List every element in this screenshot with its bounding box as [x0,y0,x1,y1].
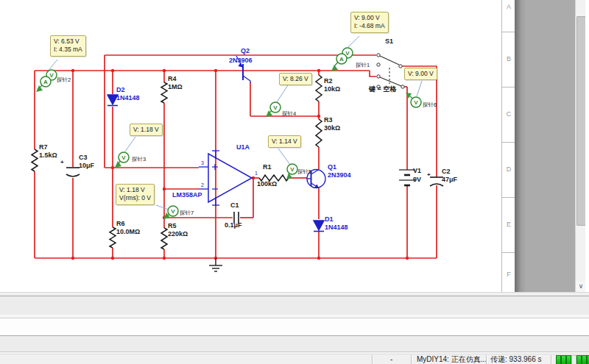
spreadsheet-view-panel[interactable] [0,296,589,315]
label-v1-ref[interactable]: V1 [413,168,421,174]
statusbar-separator [486,355,487,364]
probe5-tooltip[interactable]: V: 1.14 V [268,135,301,148]
probes: V A V V [36,48,421,219]
label-r5-value[interactable]: 220kΩ [168,231,188,238]
switch-s1[interactable] [377,54,404,88]
opamp-pin2-number: 2 [201,182,204,188]
probe-3[interactable]: V [115,152,129,168]
probe4-tooltip[interactable]: V: 8.26 V [279,73,312,85]
probe7-tooltip[interactable]: V: 1.18 V V(rms): 0 V [116,184,155,205]
resistor-r5[interactable] [161,228,167,249]
label-q2-ref[interactable]: Q2 [241,48,250,54]
diode-d1[interactable] [314,221,324,232]
label-d2-ref[interactable]: D2 [116,87,125,93]
opamp-u1a[interactable] [199,150,252,206]
schematic-canvas[interactable]: V A V V [0,0,589,292]
probe-2[interactable]: V A [36,70,57,92]
probe7-name: 探针7 [180,210,194,216]
label-r7-ref[interactable]: R7 [39,144,48,151]
probe3-tooltip[interactable]: V: 1.18 V [130,124,163,136]
resistor-r7[interactable] [32,149,38,171]
resistor-r4[interactable] [161,82,167,103]
svg-text:V: V [121,154,126,161]
simulation-activity-indicator [554,355,588,364]
probe-4[interactable]: V [266,102,281,117]
probe1-tooltip[interactable]: V: 9.00 V I: -4.68 mA [350,12,389,33]
label-r4-ref[interactable]: R4 [168,76,177,82]
ground-symbol[interactable] [209,258,222,271]
sheet-row-a: A [502,3,515,10]
statusbar-separator [411,355,412,364]
capacitor-c3[interactable] [66,168,80,176]
svg-text:V: V [273,104,278,111]
probe2-name: 探针2 [57,77,71,83]
lower-panel[interactable] [0,336,589,352]
resistor-r3[interactable] [316,119,322,147]
label-c2-ref[interactable]: C2 [442,168,451,175]
label-u1a-ref[interactable]: U1A [236,144,250,151]
sheet-row-f: F [502,271,515,278]
label-u1a-value[interactable]: LM358AP [172,192,202,199]
sheet-row-e: E [502,221,515,228]
multisim-window: V A V V [0,0,589,364]
label-d1-ref[interactable]: D1 [325,216,334,223]
probe1-name: 探针1 [356,63,370,68]
label-r5-ref[interactable]: R5 [168,223,177,229]
probe6-tooltip[interactable]: V: 9.00 V [404,68,437,80]
label-c3-ref[interactable]: C3 [79,154,88,161]
label-r2-ref[interactable]: R2 [324,78,333,85]
svg-text:V: V [345,50,350,57]
probe6-name: 探针6 [423,102,437,108]
results-panel[interactable] [0,318,589,336]
label-r6-value[interactable]: 10.0MΩ [116,229,140,235]
opamp-pin3-number: 3 [201,160,204,165]
label-r6-ref[interactable]: R6 [116,221,125,227]
label-c1-value[interactable]: 0.1μF [225,222,242,229]
simulation-status-text: MyDIY14: 正在仿真... [417,355,487,364]
label-r7-value[interactable]: 1.5kΩ [39,152,57,159]
svg-text:V: V [171,208,175,215]
probe4-name: 探针4 [282,111,296,117]
label-s1-ref[interactable]: S1 [385,38,393,45]
label-q1-ref[interactable]: Q1 [328,164,336,171]
label-s1-key[interactable]: 键 = 空格 [369,86,396,93]
sheet-border-column: A B C D E F [501,0,515,292]
label-r3-value[interactable]: 30kΩ [324,125,340,132]
c3-polarity-mark: + [60,160,64,165]
opamp-pin1-number: 1 [255,171,258,176]
label-c1-ref[interactable]: C1 [230,202,239,209]
statusbar-separator [372,355,373,364]
label-c3-value[interactable]: 10μF [79,163,94,169]
vertical-scrollbar[interactable]: ∨ [575,0,586,292]
label-r4-value[interactable]: 1MΩ [168,84,183,90]
resistor-r6[interactable] [110,227,116,248]
sheet-row-b: B [502,55,515,63]
statusbar-separator [551,355,552,364]
status-bar: - MyDIY14: 正在仿真... 传递: 933.966 s [0,354,589,364]
workspace-offsheet-area [515,0,575,292]
label-r2-value[interactable]: 10kΩ [324,86,340,93]
label-r3-ref[interactable]: R3 [324,117,333,124]
label-r1-ref[interactable]: R1 [263,164,272,171]
scroll-down-button[interactable]: ∨ [576,282,586,292]
svg-text:V: V [290,166,294,173]
sheet-row-c: C [502,110,515,118]
probe-5[interactable]: V [286,164,297,179]
window-right-edge [585,0,589,292]
simulation-elapsed-time: 传递: 933.966 s [490,355,541,364]
probe2-tooltip[interactable]: V: 6.53 V I: 4.35 mA [50,35,86,57]
probe-6[interactable]: V [406,93,421,107]
svg-text:A: A [339,56,344,63]
label-r1-value[interactable]: 100kΩ [257,181,277,188]
label-v1-value[interactable]: 9V [413,176,421,183]
svg-text:A: A [43,79,48,85]
resistor-r2[interactable] [316,75,322,101]
probe-1[interactable]: V A [331,48,353,71]
label-c2-value[interactable]: 47μF [442,176,457,183]
label-q2-value[interactable]: 2N3906 [229,57,253,64]
label-q1-value[interactable]: 2N3904 [328,172,351,179]
statusbar-dash: - [390,355,392,364]
label-d1-value[interactable]: 1N4148 [325,224,348,231]
sheet-row-d: D [502,165,515,173]
label-d2-value[interactable]: 1N4148 [116,95,140,101]
